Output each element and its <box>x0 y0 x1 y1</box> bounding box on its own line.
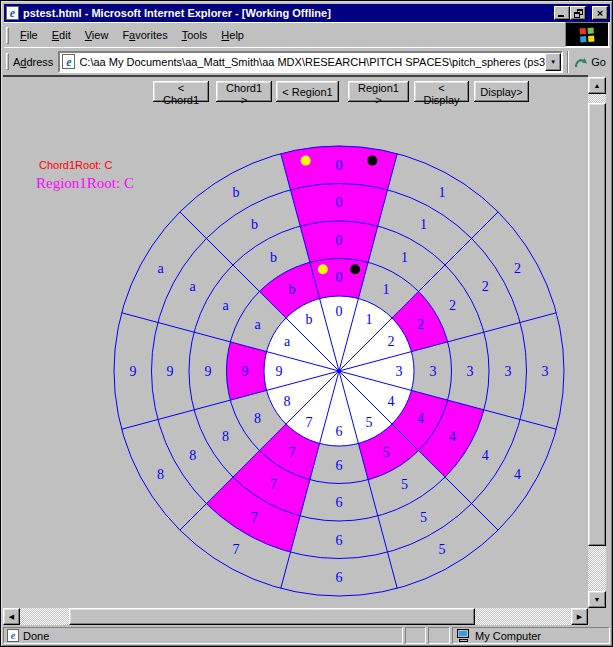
menu-view[interactable]: View <box>78 26 116 44</box>
sector-label-triadic-0: 0 <box>336 233 343 248</box>
scroll-left-button[interactable]: ◀ <box>3 608 20 625</box>
sector-label-diatonic-a: a <box>254 317 261 332</box>
go-label: Go <box>591 56 606 68</box>
vertical-scrollbar[interactable]: ▲ ▼ <box>588 77 606 608</box>
scroll-right-button[interactable]: ▶ <box>571 608 588 625</box>
marker-dot-root-yellow <box>301 156 311 166</box>
sector-label-chromatic-9: 9 <box>276 364 283 379</box>
sector-label-fifths-8: 8 <box>189 448 196 463</box>
sector-label-diatonic-4: 4 <box>417 411 424 426</box>
status-pane-zone: My Computer <box>452 627 610 644</box>
windows-flag-icon <box>579 27 595 42</box>
sector-label-root-7: 7 <box>233 542 240 557</box>
sector-label-triadic-6: 6 <box>336 495 343 510</box>
arrow-left-icon: ◀ <box>9 613 14 621</box>
menu-edit[interactable]: Edit <box>45 26 78 44</box>
sector-label-chromatic-2: 2 <box>387 334 394 349</box>
vertical-scrollbar-thumb[interactable] <box>588 103 606 546</box>
ie-page-icon: e <box>7 629 19 642</box>
status-pane-1 <box>405 627 426 644</box>
sector-label-triadic-b: b <box>270 250 277 265</box>
go-button[interactable]: Go <box>569 53 610 71</box>
sector-label-chromatic-3: 3 <box>396 364 403 379</box>
minimize-icon <box>558 15 564 17</box>
ie-document-icon: e <box>6 6 19 20</box>
pitch-space-diagram: 0123456789ab0123456789ab0123456789ab0123… <box>3 77 588 608</box>
scroll-up-button[interactable]: ▲ <box>588 77 606 94</box>
sector-label-chromatic-1: 1 <box>366 312 373 327</box>
sector-label-root-9: 9 <box>130 364 137 379</box>
sector-label-triadic-7: 7 <box>270 477 277 492</box>
sector-label-diatonic-9: 9 <box>242 364 249 379</box>
scroll-down-button[interactable]: ▼ <box>588 591 606 608</box>
sector-label-triadic-4: 4 <box>449 429 456 444</box>
sector-label-root-5: 5 <box>439 542 446 557</box>
zone-text: My Computer <box>475 630 541 642</box>
sector-label-diatonic-1: 1 <box>383 282 390 297</box>
close-button[interactable]: × <box>592 6 608 20</box>
sector-label-diatonic-2: 2 <box>417 317 424 332</box>
sector-label-diatonic-8: 8 <box>254 411 261 426</box>
address-value[interactable]: C:\aa My Documents\aa_Matt_Smith\aa MDX\… <box>75 56 561 68</box>
toolbar-gripper[interactable] <box>6 27 9 44</box>
minimize-button[interactable] <box>554 6 570 20</box>
sector-label-diatonic-5: 5 <box>383 445 390 460</box>
sector-label-root-8: 8 <box>157 467 164 482</box>
sector-label-fifths-2: 2 <box>482 279 489 294</box>
arrow-down-icon: ▼ <box>594 596 601 603</box>
close-icon: × <box>597 9 603 18</box>
address-bar: Address e C:\aa My Documents\aa_Matt_Smi… <box>4 47 610 75</box>
restore-button[interactable] <box>570 6 586 20</box>
sector-label-fifths-4: 4 <box>482 448 489 463</box>
address-input[interactable]: e C:\aa My Documents\aa_Matt_Smith\aa MD… <box>58 51 563 73</box>
sector-label-fifths-7: 7 <box>251 510 258 525</box>
sector-label-chromatic-0: 0 <box>336 304 343 319</box>
sector-label-chromatic-7: 7 <box>306 415 313 430</box>
sector-label-diatonic-b: b <box>289 282 296 297</box>
sector-label-chromatic-a: a <box>284 334 291 349</box>
sector-label-chromatic-b: b <box>306 312 313 327</box>
sector-label-fifths-a: a <box>190 279 197 294</box>
horizontal-scrollbar-thumb[interactable] <box>69 608 475 625</box>
sector-label-triadic-8: 8 <box>222 429 229 444</box>
titlebar[interactable]: e pstest.html - Microsoft Internet Explo… <box>4 4 610 22</box>
scrollbar-corner <box>588 608 606 625</box>
sector-label-root-3: 3 <box>542 364 549 379</box>
sector-label-triadic-a: a <box>222 298 229 313</box>
sector-label-triadic-9: 9 <box>205 364 212 379</box>
sector-label-diatonic-3: 3 <box>430 364 437 379</box>
marker-dot-diatonic-yellow <box>318 264 328 274</box>
sector-label-fifths-1: 1 <box>420 217 427 232</box>
address-dropdown-button[interactable]: ▼ <box>545 53 561 71</box>
marker-dot-root-black <box>367 156 377 166</box>
sector-label-root-2: 2 <box>514 261 521 276</box>
go-arrow-icon <box>573 55 588 69</box>
sector-label-diatonic-0: 0 <box>336 270 343 285</box>
marker-dot-diatonic-black <box>350 264 360 274</box>
sector-label-triadic-2: 2 <box>449 298 456 313</box>
status-pane-2 <box>428 627 450 644</box>
menu-favorites[interactable]: Favorites <box>115 26 174 44</box>
status-pane-main: e Done <box>3 627 403 644</box>
page-icon: e <box>62 54 75 69</box>
arrow-right-icon: ▶ <box>577 613 582 621</box>
sector-label-fifths-6: 6 <box>336 533 343 548</box>
sector-label-root-a: a <box>157 261 164 276</box>
sector-label-triadic-1: 1 <box>401 250 408 265</box>
addressbar-gripper[interactable] <box>6 53 9 70</box>
my-computer-icon <box>456 629 471 642</box>
sector-label-root-b: b <box>233 185 240 200</box>
horizontal-scrollbar[interactable]: ◀ ▶ <box>3 608 588 625</box>
browser-window: e pstest.html - Microsoft Internet Explo… <box>0 0 613 647</box>
menu-file[interactable]: File <box>13 26 45 44</box>
sector-label-triadic-3: 3 <box>467 364 474 379</box>
menu-tools[interactable]: Tools <box>175 26 215 44</box>
sector-label-fifths-0: 0 <box>336 195 343 210</box>
menu-help[interactable]: Help <box>214 26 251 44</box>
sector-label-chromatic-5: 5 <box>366 415 373 430</box>
sector-label-fifths-9: 9 <box>167 364 174 379</box>
chevron-down-icon: ▼ <box>550 59 556 65</box>
sector-label-triadic-5: 5 <box>401 477 408 492</box>
sector-label-chromatic-4: 4 <box>387 394 394 409</box>
page-content: < Chord1 Chord1 > < Region1 Region1 > < … <box>3 75 588 608</box>
